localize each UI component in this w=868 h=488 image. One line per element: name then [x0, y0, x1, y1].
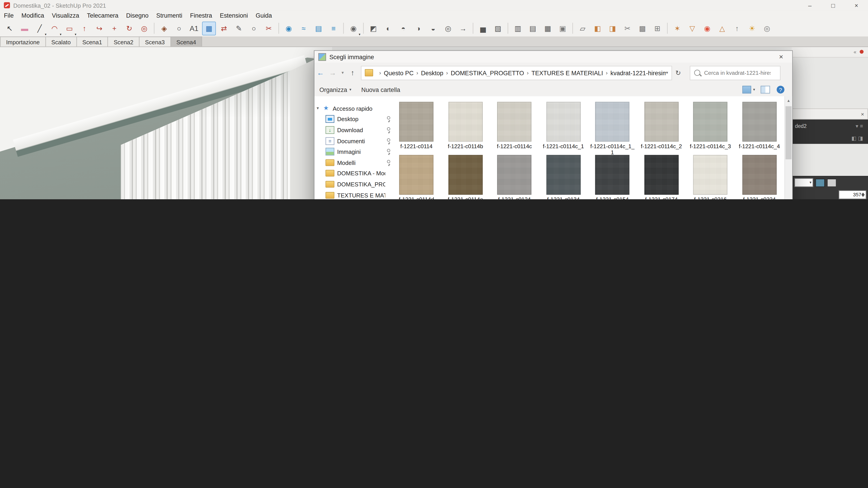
minimize-button[interactable]: –	[798, 0, 822, 11]
dialog-close-button[interactable]: ×	[770, 51, 792, 62]
breadcrumb-item[interactable]: › TEXTURES E MATERIALI	[524, 69, 603, 76]
vray-asset-editor-icon[interactable]: ◩	[366, 21, 380, 35]
cone-icon[interactable]: △	[715, 21, 729, 35]
image-correct-icon[interactable]: ▨	[491, 21, 505, 35]
file-item[interactable]: f-1221-c0174	[638, 154, 685, 199]
sidebar-documenti-pinned[interactable]: Documenti	[314, 135, 392, 146]
rectangle-tool[interactable]: ▭	[63, 21, 76, 35]
photo-texture-tool[interactable]: ▤	[312, 21, 326, 35]
file-item[interactable]: f-1221-c0114c_1	[539, 101, 587, 154]
scene-tab[interactable]: Scena2	[107, 37, 140, 46]
breadcrumb-dropdown-icon[interactable]: ▾	[666, 70, 672, 75]
scene-tab[interactable]: Scena4	[170, 37, 202, 46]
preview-pane-icon[interactable]	[761, 86, 770, 94]
menu-item[interactable]: Guida	[252, 12, 276, 19]
zoom-tool[interactable]: ○	[172, 21, 186, 35]
grid-box-icon[interactable]: ⊞	[651, 21, 664, 35]
hatch-icon[interactable]: ▩	[636, 21, 649, 35]
file-item[interactable]: f-1221-c0114	[393, 101, 440, 154]
zoom-window-tool[interactable]: ○	[247, 21, 260, 35]
text-tool[interactable]: A1	[187, 21, 201, 35]
sidebar-domestika-mode[interactable]: DOMESTIKA - Mode	[314, 168, 392, 179]
sidebar-download-pinned[interactable]: Download	[314, 125, 392, 135]
line-tool[interactable]: ╱	[33, 21, 46, 35]
import-texture-tool[interactable]: ▦	[202, 21, 216, 35]
menu-item[interactable]: Visualizza	[48, 12, 83, 19]
advanced-camera-icon[interactable]: ▱	[576, 21, 590, 35]
vray-viewport-icon[interactable]: ◑	[411, 21, 425, 35]
menu-item[interactable]: Telecamera	[83, 12, 122, 19]
expander-icon[interactable]: ▾	[317, 106, 322, 111]
select-tool[interactable]: ↖	[3, 21, 17, 35]
vray-batch-icon[interactable]: ◒	[426, 21, 440, 35]
menu-item[interactable]: Disegno	[122, 12, 152, 19]
forward-button[interactable]: →	[327, 69, 339, 77]
scroll-up-icon[interactable]: ▲	[785, 96, 792, 105]
sidebar-quick-access[interactable]: ▾ Accesso rapido	[314, 103, 392, 114]
donut-icon[interactable]: ◉	[700, 21, 714, 35]
refresh-button[interactable]: ↻	[672, 69, 684, 76]
view-mode-dropdown-icon[interactable]: ▾	[753, 88, 755, 92]
file-item[interactable]: f-1221-c0114c_4	[736, 101, 783, 154]
file-item[interactable]: f-1221-c0216	[686, 154, 734, 199]
search-input[interactable]	[703, 69, 772, 76]
close-button[interactable]: ×	[845, 0, 868, 11]
menu-item[interactable]: File	[0, 12, 18, 19]
up-button[interactable]: ↑	[346, 69, 359, 77]
push-pull-tool[interactable]: ↑	[78, 21, 91, 35]
back-button[interactable]: ←	[314, 69, 327, 77]
sun-icon[interactable]: ☀	[745, 21, 759, 35]
cut-tool[interactable]: ✂	[262, 21, 276, 35]
breadcrumb-item[interactable]: › kvadrat-1221-hiresimages	[603, 69, 666, 76]
pin-tool-icon[interactable]: ↑	[730, 21, 744, 35]
picker-button[interactable]	[815, 178, 825, 187]
tray-collapse-icon[interactable]: «	[854, 49, 856, 55]
eraser-tool[interactable]: ▬	[18, 21, 31, 35]
vray-render-icon[interactable]: ◐	[381, 21, 395, 35]
scene-tab[interactable]: Scena1	[76, 37, 108, 46]
file-item[interactable]: f-1221-c0114c	[491, 101, 538, 154]
scrollbar-thumb[interactable]	[785, 106, 792, 159]
menu-item[interactable]: Modifica	[18, 12, 48, 19]
file-item[interactable]: f-1221-c0124	[491, 154, 538, 199]
solid-subtract-icon[interactable]: ◨	[606, 21, 619, 35]
panel-close-icon[interactable]: ×	[861, 111, 864, 117]
trim-icon[interactable]: ✂	[620, 21, 634, 35]
file-item[interactable]: f-1221-c0114d	[393, 154, 440, 199]
paint-bucket-tool[interactable]: ◈	[157, 21, 171, 35]
lens-icon[interactable]: ◎	[760, 21, 774, 35]
sidebar-immagini-pinned[interactable]: Immagini	[314, 146, 392, 157]
new-folder-button[interactable]: Nuova cartella	[356, 86, 405, 93]
scene-tab[interactable]: Importazione	[0, 37, 46, 46]
organize-button[interactable]: Organizza ▾	[314, 86, 356, 93]
rotate-tool[interactable]: ↻	[122, 21, 136, 35]
layout-split-icon[interactable]: ▥	[511, 21, 525, 35]
funnel-icon[interactable]: ▽	[685, 21, 699, 35]
breadcrumb-item[interactable]: › Questo PC	[376, 69, 413, 76]
solid-union-icon[interactable]: ◧	[591, 21, 604, 35]
file-item[interactable]: f-1221-c0114e	[442, 154, 489, 199]
file-item[interactable]: f-1221-c0114c_2	[638, 101, 685, 154]
history-dropdown-icon[interactable]: ▾	[339, 70, 346, 75]
edit-tool[interactable]: ✎	[232, 21, 246, 35]
lock-icon[interactable]: ▣	[556, 21, 569, 35]
file-item[interactable]: f-1221-c0134	[539, 154, 587, 199]
arc-tool[interactable]: ◠	[48, 21, 61, 35]
menu-item[interactable]: Strumenti	[152, 12, 186, 19]
mode-select[interactable]: ▾	[794, 178, 813, 187]
file-item[interactable]: f-1221-c0224	[736, 154, 783, 199]
breadcrumb-item[interactable]: › DOMESTIKA_PROGETTO	[443, 69, 524, 76]
histogram-icon[interactable]: ▅	[476, 21, 490, 35]
swatch-button[interactable]	[827, 178, 837, 187]
component-tool[interactable]: ◉	[346, 21, 360, 35]
file-item[interactable]: f-1221-c0114b	[442, 101, 489, 154]
sidebar-textures-materiali[interactable]: TEXTURES E MATERI	[314, 190, 392, 199]
swap-arrows-tool[interactable]: ⇄	[217, 21, 231, 35]
hue-spinner[interactable]: 357	[839, 190, 866, 199]
sandbox-icon[interactable]: ✶	[671, 21, 684, 35]
scene-tab[interactable]: Scalato	[45, 37, 77, 46]
sidebar-desktop-pinned[interactable]: Desktop	[314, 113, 392, 125]
file-item[interactable]: f-1221-c0114c_3	[686, 101, 734, 154]
vray-interactive-icon[interactable]: ◓	[396, 21, 410, 35]
move-tool[interactable]: +	[107, 21, 121, 35]
